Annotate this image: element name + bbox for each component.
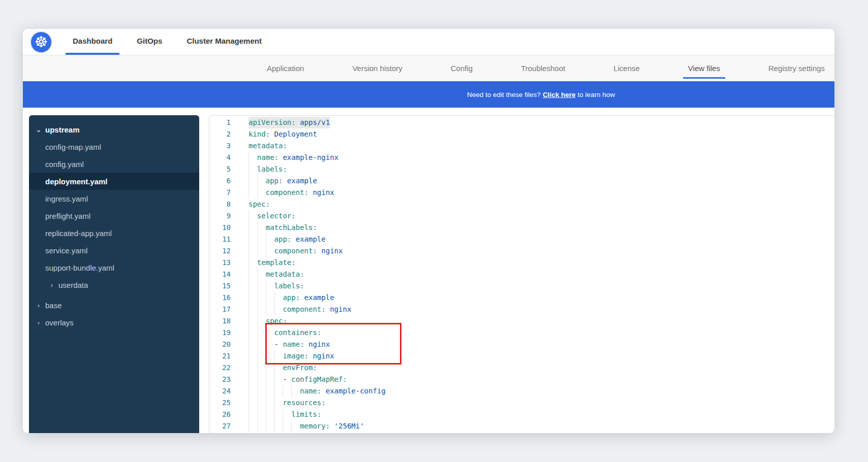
code-line-1[interactable]: 1apiVersion: apps/v1: [209, 117, 834, 128]
tree-item-label: support-bundle.yaml: [45, 263, 114, 272]
line-text: component: nginx: [249, 245, 343, 257]
line-number: 23: [209, 374, 231, 385]
subnav-tab-registry-settings[interactable]: Registry settings: [763, 55, 830, 81]
code-line-18[interactable]: 18spec:: [209, 315, 834, 327]
folder-overlays[interactable]: ›overlays: [29, 314, 199, 331]
code-line-16[interactable]: 16app: example: [209, 292, 834, 304]
tree-item-label: service.yaml: [45, 246, 87, 255]
line-text: app: example: [249, 234, 326, 245]
folder-base[interactable]: ›base: [29, 296, 199, 314]
tree-item-label: userdata: [58, 281, 88, 289]
line-text: component: nginx: [249, 304, 351, 315]
line-text: labels:: [249, 280, 304, 292]
code-line-7[interactable]: 7component: nginx: [209, 187, 834, 199]
line-text: labels:: [249, 163, 287, 175]
subnav-tab-view-files[interactable]: View files: [683, 55, 725, 81]
code-line-3[interactable]: 3metadata:: [209, 140, 834, 152]
yaml-editor[interactable]: 1apiVersion: apps/v12kind: Deployment3me…: [209, 115, 834, 433]
file-support-bundle.yaml[interactable]: support-bundle.yaml: [29, 259, 199, 276]
header-tab-cluster-management[interactable]: Cluster Management: [179, 29, 269, 55]
app-subnav: ApplicationVersion historyConfigTroubles…: [23, 55, 834, 81]
line-text: spec:: [249, 315, 287, 327]
folder-upstream[interactable]: ⌄upstream: [29, 121, 199, 138]
code-line-2[interactable]: 2kind: Deployment: [209, 128, 834, 140]
subnav-tab-config[interactable]: Config: [446, 55, 478, 81]
subnav-tab-troubleshoot[interactable]: Troubleshoot: [516, 55, 570, 81]
line-number: 9: [209, 210, 231, 222]
tree-item-label: config.yaml: [45, 160, 84, 169]
header-tab-dashboard[interactable]: Dashboard: [66, 29, 119, 55]
code-line-14[interactable]: 14metadata:: [209, 269, 834, 280]
line-text: memory: '256Mi': [249, 420, 364, 432]
tree-item-label: ingress.yaml: [45, 194, 88, 203]
line-text: template:: [249, 257, 296, 269]
code-line-8[interactable]: 8spec:: [209, 199, 834, 210]
code-line-11[interactable]: 11app: example: [209, 234, 834, 245]
line-number: 12: [209, 245, 231, 257]
admin-console-window: ☸ DashboardGitOpsCluster Management Appl…: [23, 29, 834, 433]
line-number: 18: [209, 315, 231, 327]
code-line-17[interactable]: 17component: nginx: [209, 304, 834, 315]
file-replicated-app.yaml[interactable]: replicated-app.yaml: [29, 224, 199, 242]
code-line-4[interactable]: 4name: example-nginx: [209, 152, 834, 163]
click-here-link[interactable]: Click here: [543, 91, 576, 98]
line-number: 8: [209, 199, 231, 210]
line-number: 1: [209, 117, 231, 128]
subnav-tab-version-history[interactable]: Version history: [347, 55, 407, 81]
code-line-15[interactable]: 15labels:: [209, 280, 834, 292]
code-line-22[interactable]: 22envFrom:: [209, 362, 834, 374]
file-ingress.yaml[interactable]: ingress.yaml: [29, 190, 199, 207]
code-line-20[interactable]: 20- name: nginx: [209, 339, 834, 350]
line-number: 21: [209, 350, 231, 362]
line-text: name: example-config: [249, 385, 386, 397]
view-files-content: ⌄upstreamconfig-map.yamlconfig.yamldeplo…: [23, 108, 834, 433]
code-line-13[interactable]: 13template:: [209, 257, 834, 269]
code-line-23[interactable]: 23- configMapRef:: [209, 374, 834, 385]
line-number: 14: [209, 269, 231, 280]
banner-text-prefix: Need to edit these files?: [467, 91, 541, 98]
line-number: 19: [209, 327, 231, 339]
code-line-6[interactable]: 6app: example: [209, 175, 834, 187]
code-line-24[interactable]: 24name: example-config: [209, 385, 834, 397]
code-line-25[interactable]: 25resources:: [209, 397, 834, 409]
edit-files-banner: Need to edit these files? Click here to …: [23, 81, 834, 108]
tree-item-label: upstream: [45, 125, 80, 134]
code-line-5[interactable]: 5labels:: [209, 163, 834, 175]
line-text: resources:: [249, 397, 326, 409]
folder-userdata[interactable]: ›userdata: [29, 276, 199, 293]
line-text: limits:: [249, 409, 321, 420]
header-tab-gitops[interactable]: GitOps: [130, 29, 169, 55]
line-number: 3: [209, 140, 231, 152]
chevron-right-icon: ›: [48, 281, 55, 289]
line-text: apiVersion: apps/v1: [249, 117, 330, 128]
kubernetes-wheel-icon: ☸: [31, 32, 51, 52]
code-line-19[interactable]: 19containers:: [209, 327, 834, 339]
file-config-map.yaml[interactable]: config-map.yaml: [29, 138, 199, 155]
code-line-27[interactable]: 27memory: '256Mi': [209, 420, 834, 432]
line-number: 15: [209, 280, 231, 292]
subnav-tab-license[interactable]: License: [608, 55, 645, 81]
line-number: 13: [209, 257, 231, 269]
code-line-9[interactable]: 9selector:: [209, 210, 834, 222]
code-line-10[interactable]: 10matchLabels:: [209, 222, 834, 234]
chevron-down-icon: ⌄: [35, 126, 42, 134]
file-service.yaml[interactable]: service.yaml: [29, 242, 199, 259]
file-deployment.yaml[interactable]: deployment.yaml: [29, 173, 199, 190]
code-line-26[interactable]: 26limits:: [209, 409, 834, 420]
line-text: kind: Deployment: [249, 128, 317, 140]
code-line-21[interactable]: 21image: nginx: [209, 350, 834, 362]
line-text: image: nginx: [249, 350, 334, 362]
tree-item-label: replicated-app.yaml: [45, 229, 112, 238]
line-text: - configMapRef:: [249, 374, 347, 385]
file-config.yaml[interactable]: config.yaml: [29, 155, 199, 173]
subnav-tab-application[interactable]: Application: [262, 55, 309, 81]
line-number: 27: [209, 420, 231, 432]
line-number: 10: [209, 222, 231, 234]
line-text: app: example: [249, 175, 317, 187]
code-line-12[interactable]: 12component: nginx: [209, 245, 834, 257]
line-number: 26: [209, 409, 231, 420]
tree-item-label: deployment.yaml: [45, 177, 108, 186]
file-preflight.yaml[interactable]: preflight.yaml: [29, 207, 199, 224]
tree-item-label: base: [45, 301, 62, 310]
chevron-right-icon: ›: [35, 302, 42, 309]
